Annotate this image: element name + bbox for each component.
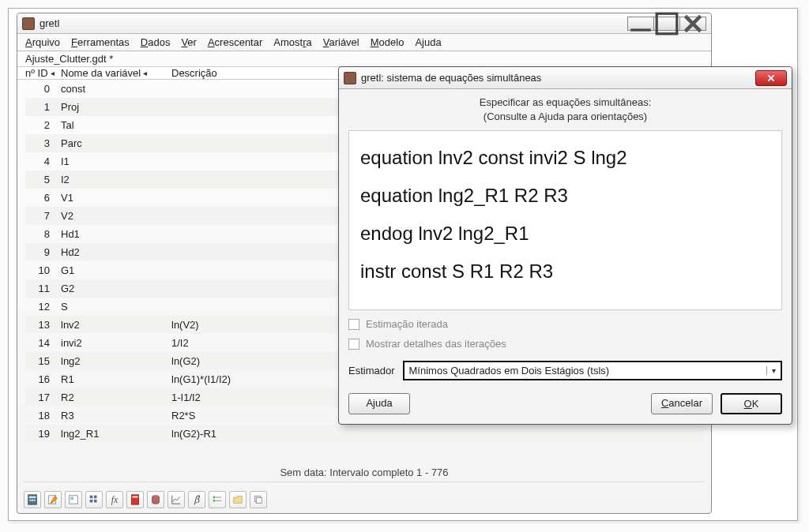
windows-icon[interactable] [250, 491, 267, 508]
var-id: 6 [25, 192, 61, 204]
svg-rect-0 [630, 28, 651, 31]
dialog-close-button[interactable] [755, 70, 787, 86]
var-name: invi2 [61, 337, 171, 349]
calculator-icon[interactable] [24, 491, 41, 508]
bottom-toolbar: fx β̂ [24, 491, 267, 508]
list-icon[interactable] [209, 491, 226, 508]
menu-item[interactable]: Ferramentas [71, 36, 130, 48]
grid-icon[interactable] [85, 491, 103, 508]
menu-item[interactable]: Amostra [273, 36, 311, 48]
var-name: V1 [61, 192, 171, 204]
fx-icon[interactable]: fx [106, 491, 123, 508]
var-name: const [61, 83, 171, 95]
main-title: gretl [40, 17, 59, 29]
dialog-titlebar[interactable]: gretl: sistema de equações simultâneas [339, 67, 792, 89]
var-name: V2 [61, 210, 171, 222]
plot-icon[interactable] [167, 491, 185, 508]
folder-icon[interactable] [229, 491, 246, 508]
var-id: 10 [25, 264, 61, 276]
equation-line: equation lnv2 const invi2 S lng2 [360, 147, 770, 169]
svg-rect-3 [29, 496, 36, 499]
cancel-button[interactable]: Cancelar [651, 393, 713, 414]
svg-rect-18 [213, 500, 216, 502]
svg-rect-22 [256, 497, 262, 503]
var-name: R2 [61, 392, 171, 403]
app-icon [344, 72, 356, 84]
var-name: S [61, 301, 171, 313]
col-id-label: nº ID [25, 67, 48, 79]
svg-rect-4 [30, 500, 32, 501]
svg-rect-12 [90, 500, 93, 503]
sort-icon: ◂ [143, 69, 147, 77]
checkbox-icon [348, 339, 359, 350]
var-name: Parc [61, 137, 171, 149]
svg-rect-20 [216, 500, 221, 501]
ok-button[interactable]: OK [721, 393, 782, 414]
var-id: 2 [25, 119, 61, 131]
estimator-select[interactable]: Mínimos Quadrados em Dois Estágios (tsls… [403, 361, 782, 380]
svg-rect-5 [32, 500, 33, 501]
var-id: 16 [25, 373, 61, 385]
minimize-button[interactable] [627, 17, 654, 31]
equation-line: endog lnv2 lng2_R1 [360, 223, 770, 245]
svg-rect-1 [657, 13, 677, 34]
equation-line: equation lng2_R1 R2 R3 [360, 185, 770, 207]
filename-label: Ajuste_Clutter.gdt * [17, 51, 711, 67]
app-icon [22, 17, 35, 30]
session-icon[interactable] [65, 491, 82, 508]
menu-item[interactable]: Acrescentar [208, 36, 262, 48]
col-desc-label: Descrição [171, 67, 217, 79]
var-name: Proj [61, 101, 171, 113]
beta-icon[interactable]: β̂ [188, 491, 205, 508]
menu-item[interactable]: Dados [141, 36, 171, 48]
var-id: 0 [25, 83, 61, 95]
iterated-checkbox[interactable]: Estimação iterada [348, 318, 782, 330]
var-name: R1 [61, 373, 171, 385]
svg-rect-15 [133, 496, 138, 498]
menu-item[interactable]: Arquivo [25, 36, 60, 48]
menu-item[interactable]: Variável [323, 36, 359, 48]
pdf-icon[interactable] [126, 491, 144, 508]
menu-item[interactable]: Ajuda [415, 36, 441, 48]
estimator-label: Estimador [348, 365, 395, 377]
var-id: 4 [25, 155, 61, 167]
edit-icon[interactable] [44, 491, 62, 508]
chevron-down-icon: ▾ [766, 366, 776, 375]
var-id: 12 [25, 301, 61, 313]
var-name: Tal [61, 119, 171, 131]
var-id: 13 [25, 319, 61, 331]
var-name: G2 [61, 283, 171, 294]
help-button[interactable]: Ajuda [348, 393, 410, 414]
maximize-button[interactable] [653, 17, 680, 31]
database-icon[interactable] [147, 491, 164, 508]
var-id: 18 [25, 410, 61, 421]
checkbox-icon [348, 319, 359, 330]
close-button[interactable] [679, 17, 706, 31]
show-details-checkbox[interactable]: Mostrar detalhes das iterações [348, 338, 782, 350]
svg-rect-17 [213, 496, 216, 499]
svg-rect-6 [34, 500, 36, 501]
svg-rect-11 [94, 496, 97, 499]
col-name-label: Nome da variável [61, 67, 141, 79]
menubar[interactable]: ArquivoFerramentasDadosVerAcrescentarAmo… [17, 34, 711, 51]
var-name: Hd2 [61, 246, 171, 258]
checkbox-label: Mostrar detalhes das iterações [366, 338, 506, 350]
equation-line: instr const S R1 R2 R3 [360, 260, 770, 283]
svg-rect-19 [216, 497, 221, 498]
var-id: 11 [25, 283, 61, 294]
var-id: 15 [25, 355, 61, 367]
dialog-instructions: Especificar as equações simultâneas: (Co… [348, 96, 782, 124]
sort-icon: ◂ [51, 69, 55, 77]
var-name: lng2_R1 [61, 428, 171, 440]
menu-item[interactable]: Modelo [371, 36, 404, 48]
statusbar: Sem data: Intervalo completo 1 - 776 [24, 463, 705, 482]
equation-editor[interactable]: equation lnv2 const invi2 S lng2equation… [348, 130, 782, 310]
main-titlebar[interactable]: gretl [17, 13, 711, 34]
var-name: lnv2 [61, 319, 171, 331]
checkbox-label: Estimação iterada [366, 318, 448, 330]
var-id: 7 [25, 210, 61, 222]
table-row[interactable]: 19lng2_R1ln(G2)-R1 [25, 425, 703, 443]
menu-item[interactable]: Ver [181, 36, 197, 48]
var-name: I2 [61, 174, 171, 185]
var-id: 1 [25, 101, 61, 113]
